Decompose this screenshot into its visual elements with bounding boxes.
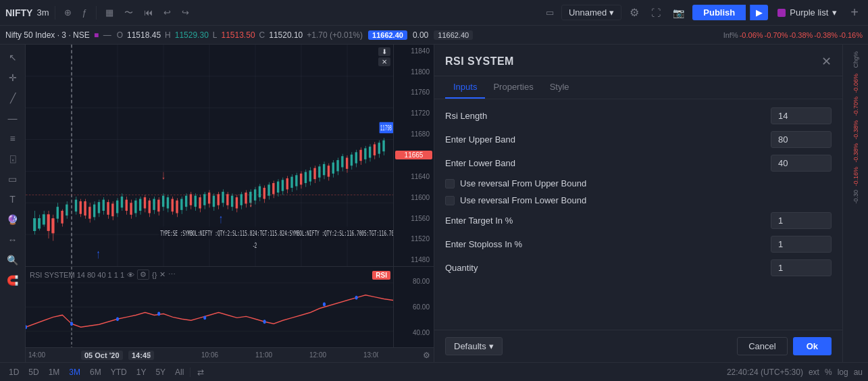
unnamed-btn[interactable]: Unnamed ▾ [561, 5, 621, 20]
period-1m[interactable]: 1M [45, 366, 63, 378]
lower-band-label: Enter Lower Band [445, 158, 515, 168]
redo-btn[interactable]: ↪ [178, 6, 193, 19]
svg-rect-138 [318, 166, 320, 177]
period-1y[interactable]: 1Y [133, 366, 150, 378]
rsi-level-40: 40.00 [395, 329, 432, 336]
svg-rect-160 [369, 147, 371, 157]
tab-properties[interactable]: Properties [485, 76, 541, 99]
log-label[interactable]: log [838, 367, 848, 377]
add-watchlist-btn[interactable]: + [846, 5, 863, 20]
svg-rect-102 [236, 197, 238, 208]
svg-rect-60 [139, 199, 141, 211]
tab-style[interactable]: Style [542, 76, 578, 99]
svg-point-185 [116, 317, 119, 321]
svg-rect-30 [66, 205, 68, 215]
chg-val-5: -0.16% [852, 166, 859, 188]
shape-tool[interactable]: ▭ [3, 170, 23, 188]
indicator-btn[interactable]: ƒ [79, 6, 91, 19]
svg-rect-142 [328, 166, 330, 176]
rsi-code-btn[interactable]: {} [152, 271, 157, 279]
reversal-upper-checkbox[interactable] [445, 179, 455, 188]
period-all[interactable]: All [172, 366, 187, 378]
magnet-tool[interactable]: 🧲 [3, 272, 23, 289]
fib-tool[interactable]: ⌺ [3, 150, 23, 168]
download-icon[interactable]: ⬇ [378, 47, 390, 56]
line-chart-btn[interactable]: 〜 [121, 5, 136, 20]
svg-rect-156 [359, 150, 361, 161]
defaults-button[interactable]: Defaults ▾ [445, 337, 503, 355]
ext-label[interactable]: ext [809, 367, 819, 377]
ok-button[interactable]: Ok [793, 337, 832, 355]
cursor-tool[interactable]: ↖ [3, 49, 23, 66]
forecast-tool[interactable]: 🔮 [3, 211, 23, 228]
svg-text:-2: -2 [253, 241, 257, 249]
chevron-down-icon: ▾ [489, 341, 494, 351]
svg-text:↑: ↑ [219, 211, 222, 225]
tab-inputs[interactable]: Inputs [445, 76, 485, 99]
collapse-icon[interactable]: ✕ [378, 57, 390, 66]
rsi-settings-btn[interactable]: ⚙ [137, 270, 149, 280]
svg-rect-78 [180, 199, 182, 209]
period-3m[interactable]: 3M [66, 366, 84, 378]
horizontal-line-tool[interactable]: — [3, 109, 23, 127]
fullscreen-btn[interactable]: ⛶ [647, 6, 665, 20]
purple-list-btn[interactable]: Purple list ▾ [772, 6, 842, 19]
price-level-11520: 11520 [395, 235, 432, 243]
svg-rect-166 [382, 141, 384, 151]
period-5y[interactable]: 5Y [152, 366, 169, 378]
bottom-right: 22:40:24 (UTC+5:30) ext % log au [727, 367, 863, 377]
compare-btn[interactable]: ⇄ [193, 366, 208, 378]
text-tool[interactable]: T [3, 190, 23, 208]
crosshair-btn[interactable]: ⊕ [61, 6, 75, 19]
open-value: 11518.45 [127, 30, 161, 40]
bar-chart-btn[interactable]: ▦ [102, 6, 117, 19]
period-1d[interactable]: 1D [5, 366, 22, 378]
quantity-input[interactable] [771, 259, 832, 276]
price-level-11760: 11760 [395, 88, 432, 96]
lower-band-input[interactable] [771, 155, 832, 172]
period-ytd[interactable]: YTD [107, 366, 130, 378]
rsi-eye-btn[interactable]: 👁 [127, 271, 134, 279]
publish-button[interactable]: Publish [692, 5, 746, 20]
publish-play-btn[interactable]: ▶ [750, 5, 768, 20]
svg-rect-28 [61, 211, 63, 224]
target-pct-input[interactable] [771, 212, 832, 229]
rsi-close-btn[interactable]: ✕ [159, 270, 165, 279]
time-label-1006: 10:06 [201, 351, 218, 359]
rsi-length-input[interactable] [771, 107, 832, 124]
upper-band-input[interactable] [771, 131, 832, 148]
low-value: 11513.50 [222, 30, 255, 40]
line-tool[interactable]: ╱ [3, 89, 23, 107]
price-change: +1.70 (+0.01%) [307, 30, 363, 40]
chart-canvas[interactable]: ↑ ↑ ↓ ↓ TYPE:LE :SYMBOL:NIFTY :QTY:2:SL:… [26, 45, 393, 266]
rsi-panel-title: RSI SYSTEM [445, 55, 514, 68]
svg-point-190 [355, 296, 358, 300]
rsi-panel-close-btn[interactable]: ✕ [821, 54, 832, 69]
svg-rect-68 [157, 200, 159, 212]
reversal-upper-label: Use reversal From Upper Bound [460, 178, 586, 188]
rsi-canvas[interactable]: RSI SYSTEM 14 80 40 1 1 1 👁 ⚙ {} ✕ ⋯ RSI [26, 267, 393, 347]
rsi-more-btn[interactable]: ⋯ [168, 270, 176, 279]
rectangle-btn[interactable]: ▭ [542, 6, 557, 19]
svg-rect-134 [309, 170, 311, 181]
close-value: 11520.10 [269, 30, 303, 40]
crosshair-tool[interactable]: ✛ [3, 69, 23, 86]
reversal-lower-checkbox[interactable] [445, 196, 455, 205]
cancel-button[interactable]: Cancel [737, 337, 787, 355]
time-settings-btn[interactable]: ⚙ [419, 351, 434, 360]
high-value: 11529.30 [175, 30, 209, 40]
au-label[interactable]: au [854, 367, 863, 377]
pct-label[interactable]: % [825, 367, 832, 377]
stoploss-pct-input[interactable] [771, 236, 832, 253]
price-level-11560: 11560 [395, 215, 432, 222]
measure-tool[interactable]: ↔ [3, 231, 23, 249]
camera-btn[interactable]: 📷 [669, 6, 688, 20]
svg-rect-76 [176, 201, 178, 213]
period-6m[interactable]: 6M [86, 366, 105, 378]
undo-btn[interactable]: ↩ [160, 6, 174, 19]
zoom-tool[interactable]: 🔍 [3, 251, 23, 269]
channel-tool[interactable]: ≡ [3, 130, 23, 147]
period-5d[interactable]: 5D [25, 366, 42, 378]
replay-btn[interactable]: ⏮ [141, 6, 156, 19]
settings-btn[interactable]: ⚙ [626, 5, 643, 20]
